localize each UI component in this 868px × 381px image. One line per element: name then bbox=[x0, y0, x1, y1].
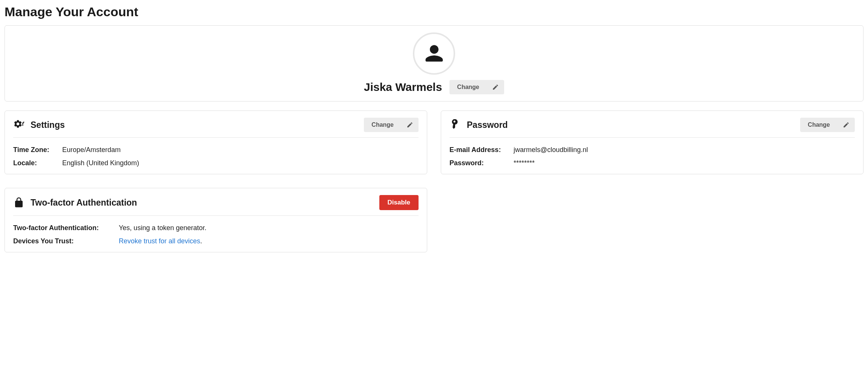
twofa-panel: Two-factor Authentication Disable Two-fa… bbox=[5, 188, 427, 252]
lock-icon bbox=[13, 197, 25, 208]
locale-value: English (United Kingdom) bbox=[62, 159, 139, 167]
change-settings-button[interactable]: Change bbox=[364, 118, 401, 132]
edit-icon bbox=[843, 121, 850, 128]
twofa-status-label: Two-factor Authentication: bbox=[13, 224, 119, 232]
revoke-trust-link[interactable]: Revoke trust for all devices bbox=[119, 237, 200, 245]
time-zone-label: Time Zone: bbox=[13, 146, 62, 154]
twofa-devices-row: Devices You Trust: Revoke trust for all … bbox=[13, 237, 419, 245]
revoke-period: . bbox=[200, 237, 202, 245]
user-icon bbox=[424, 43, 445, 64]
password-panel: Password Change E-mail Address: jwarmels… bbox=[441, 111, 863, 174]
profile-card: Jiska Warmels Change bbox=[5, 25, 863, 101]
avatar bbox=[413, 32, 455, 75]
edit-icon bbox=[492, 84, 499, 91]
twofa-devices-value: Revoke trust for all devices. bbox=[119, 237, 202, 245]
password-row: Password: ******** bbox=[449, 159, 855, 167]
change-password-button-group: Change bbox=[800, 118, 855, 132]
password-header: Password Change bbox=[449, 118, 855, 138]
change-settings-button-group: Change bbox=[364, 118, 419, 132]
email-label: E-mail Address: bbox=[449, 146, 514, 154]
gears-icon bbox=[13, 119, 25, 131]
twofa-devices-label: Devices You Trust: bbox=[13, 237, 119, 245]
change-name-button-group: Change bbox=[449, 80, 504, 94]
twofa-status-value: Yes, using a token generator. bbox=[119, 224, 207, 232]
twofa-title: Two-factor Authentication bbox=[31, 198, 137, 208]
key-icon bbox=[449, 119, 461, 131]
email-row: E-mail Address: jwarmels@cloudbilling.nl bbox=[449, 146, 855, 154]
edit-settings-button[interactable] bbox=[401, 118, 419, 132]
settings-panel: Settings Change Time Zone: Europe/Amster… bbox=[5, 111, 427, 174]
disable-twofa-button[interactable]: Disable bbox=[379, 195, 419, 210]
settings-header: Settings Change bbox=[13, 118, 419, 138]
password-title: Password bbox=[467, 120, 508, 130]
password-value: ******** bbox=[514, 159, 535, 167]
edit-icon bbox=[406, 121, 413, 128]
settings-title: Settings bbox=[31, 120, 65, 130]
password-label: Password: bbox=[449, 159, 514, 167]
twofa-header: Two-factor Authentication Disable bbox=[13, 195, 419, 216]
twofa-status-row: Two-factor Authentication: Yes, using a … bbox=[13, 224, 419, 232]
locale-label: Locale: bbox=[13, 159, 62, 167]
profile-name: Jiska Warmels bbox=[364, 81, 442, 94]
time-zone-value: Europe/Amsterdam bbox=[62, 146, 121, 154]
email-value: jwarmels@cloudbilling.nl bbox=[514, 146, 588, 154]
change-name-button[interactable]: Change bbox=[449, 80, 487, 94]
change-password-button[interactable]: Change bbox=[800, 118, 837, 132]
locale-row: Locale: English (United Kingdom) bbox=[13, 159, 419, 167]
page-title: Manage Your Account bbox=[5, 5, 863, 19]
profile-name-row: Jiska Warmels Change bbox=[364, 80, 504, 94]
edit-name-button[interactable] bbox=[487, 80, 504, 94]
edit-password-button[interactable] bbox=[837, 118, 855, 132]
time-zone-row: Time Zone: Europe/Amsterdam bbox=[13, 146, 419, 154]
